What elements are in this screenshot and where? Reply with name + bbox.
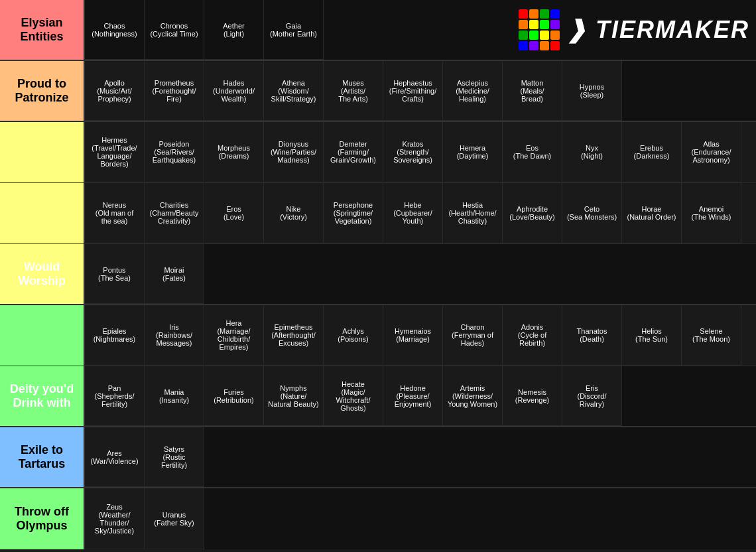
would-black-fill bbox=[204, 244, 756, 304]
cell-eos: Eos (The Dawn) bbox=[503, 122, 562, 182]
cell-eros: Eros (Love) bbox=[204, 183, 264, 243]
tier-label-throw: Throw offOlympus bbox=[0, 488, 84, 549]
cell-matton: Matton (Meals/ Bread) bbox=[503, 61, 562, 121]
cell-aphrodite: Aphrodite (Love/Beauty) bbox=[503, 183, 562, 243]
cell-pan: Pan (Shepherds/ Fertility) bbox=[85, 366, 145, 426]
cell-erebus: Erebus (Darkness) bbox=[622, 122, 682, 182]
cell-apollo: Apollo (Music/Art/ Prophecy) bbox=[85, 61, 145, 121]
deity-label-spacer-1 bbox=[0, 305, 84, 366]
cell-ares: Ares (War/Violence) bbox=[85, 427, 145, 487]
cell-muses: Muses (Artists/ The Arts) bbox=[324, 61, 383, 121]
cell-persephone: Persephone (Springtime/ Vegetation) bbox=[324, 183, 383, 243]
tier-label-would bbox=[0, 122, 84, 182]
cell-poseidon: Poseidon (Sea/Rivers/ Earthquakes) bbox=[145, 122, 204, 182]
cell-hebe: Hebe (Cupbearer/ Youth) bbox=[383, 183, 443, 243]
proud-black-fill bbox=[622, 61, 756, 121]
cell-hymenaios: Hymenaios (Marriage) bbox=[383, 305, 443, 366]
cell-nemesis: Nemesis (Revenge) bbox=[503, 366, 562, 426]
cell-aether: Aether (Light) bbox=[204, 0, 264, 60]
cell-satyrs: Satyrs (Rustic Fertility) bbox=[145, 427, 204, 487]
throw-black-fill bbox=[204, 488, 756, 549]
cell-hecate: Hecate (Magic/ Witchcraft/ Ghosts) bbox=[324, 366, 383, 426]
cell-mania: Mania (Insanity) bbox=[145, 366, 204, 426]
cell-adonis: Adonis (Cycle of Rebirth) bbox=[503, 305, 562, 366]
cell-achlys: Achlys (Poisons) bbox=[324, 305, 383, 366]
cell-chronos: Chronos (Cyclical Time) bbox=[145, 0, 204, 60]
cell-artemis: Artemis (Wilderness/ Young Women) bbox=[443, 366, 503, 426]
deity-black-fill bbox=[622, 366, 756, 426]
cell-nike: Nike (Victory) bbox=[264, 183, 324, 243]
cell-ceto: Ceto (Sea Monsters) bbox=[562, 183, 622, 243]
cell-prometheus: Prometheus (Forethought/ Fire) bbox=[145, 61, 204, 121]
tier-label-proud: Proud toPatronize bbox=[0, 61, 84, 121]
cell-epimetheus: Epimetheus (Afterthought/ Excuses) bbox=[264, 305, 324, 366]
cell-hephaestus: Hephaestus (Fire/Smithing/ Crafts) bbox=[383, 61, 443, 121]
cell-atlas: Atlas (Endurance/ Astronomy) bbox=[682, 122, 741, 182]
tier-label-deity: Deity you'dDrink with bbox=[0, 366, 84, 426]
cell-hedone: Hedone (Pleasure/ Enjoyment) bbox=[383, 366, 443, 426]
cell-nyx: Nyx (Night) bbox=[562, 122, 622, 182]
cell-charities: Charities (Charm/Beauty Creativity) bbox=[145, 183, 204, 243]
cell-furies: Furies (Retribution) bbox=[204, 366, 264, 426]
cell-hemera: Hemera (Daytime) bbox=[443, 122, 503, 182]
cell-epiales: Epiales (Nightmares) bbox=[85, 305, 145, 366]
cell-hypnos: Hypnos (Sleep) bbox=[562, 61, 622, 121]
cell-charon: Charon (Ferryman of Hades) bbox=[443, 305, 503, 366]
cell-kratos: Kratos (Strength/ Sovereigns) bbox=[383, 122, 443, 182]
cell-nymphs: Nymphs (Nature/ Natural Beauty) bbox=[264, 366, 324, 426]
logo-text: ❱ TiERMAKER bbox=[566, 16, 749, 44]
cell-dionysus: Dionysus (Wine/Parties/ Madness) bbox=[264, 122, 324, 182]
cell-uranus: Uranus (Father Sky) bbox=[145, 488, 204, 549]
cell-iris: Iris (Rainbows/ Messages) bbox=[145, 305, 204, 366]
cell-asclepius: Asclepius (Medicine/ Healing) bbox=[443, 61, 503, 121]
cell-hestia: Hestia (Hearth/Home/ Chastity) bbox=[443, 183, 503, 243]
cell-morpheus: Morpheus (Dreams) bbox=[204, 122, 264, 182]
logo-area: ❱ TiERMAKER bbox=[324, 3, 756, 57]
cell-hera: Hera (Marriage/ Childbirth/ Empires) bbox=[204, 305, 264, 366]
exile-black-fill bbox=[204, 427, 756, 487]
tier-label-elysian: ElysianEntities bbox=[0, 0, 84, 60]
cell-hades: Hades (Underworld/ Wealth) bbox=[204, 61, 264, 121]
cell-zeus: Zeus (Weather/ Thunder/ Sky/Justice) bbox=[85, 488, 145, 549]
cell-moirai: Moirai (Fates) bbox=[145, 244, 204, 304]
cell-nereus: Nereus (Old man of the sea) bbox=[85, 183, 145, 243]
cell-chaos: Chaos (Nothingness) bbox=[85, 0, 145, 60]
cell-thanatos: Thanatos (Death) bbox=[562, 305, 622, 366]
would-label-spacer-3: WouldWorship bbox=[0, 244, 84, 304]
cell-eris: Eris (Discord/ Rivalry) bbox=[562, 366, 622, 426]
cell-athena: Athena (Wisdom/ Skill/Strategy) bbox=[264, 61, 324, 121]
logo-icon bbox=[519, 9, 560, 50]
cell-anemoi: Anemoi (The Winds) bbox=[682, 183, 741, 243]
would-label-spacer-2 bbox=[0, 183, 84, 243]
cell-pontus: Pontus (The Sea) bbox=[85, 244, 145, 304]
tier-label-exile: Exile toTartarus bbox=[0, 427, 84, 487]
cell-selene: Selene (The Moon) bbox=[682, 305, 741, 366]
cell-hermes: Hermes (Travel/Trade/ Language/ Borders) bbox=[85, 122, 145, 182]
cell-helios: Helios (The Sun) bbox=[622, 305, 682, 366]
cell-gaia: Gaia (Mother Earth) bbox=[264, 0, 324, 60]
cell-demeter: Demeter (Farming/ Grain/Growth) bbox=[324, 122, 383, 182]
cell-horae: Horae (Natural Order) bbox=[622, 183, 682, 243]
